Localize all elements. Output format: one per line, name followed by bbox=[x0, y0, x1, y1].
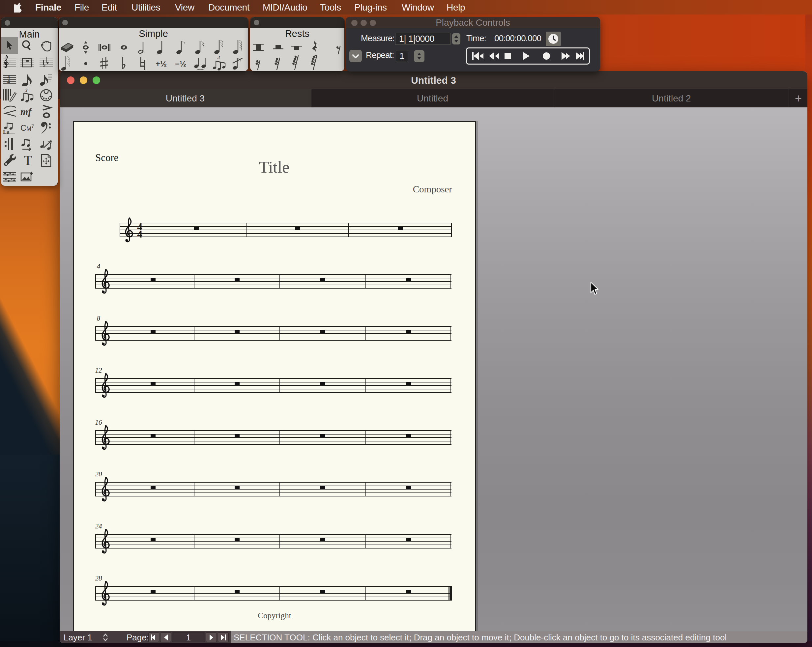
svg-text:4: 4 bbox=[7, 79, 10, 84]
svg-text:mf: mf bbox=[20, 106, 32, 117]
svg-text:−½: −½ bbox=[175, 59, 186, 68]
svg-text:3: 3 bbox=[217, 55, 220, 60]
svg-text:3: 3 bbox=[25, 88, 28, 93]
svg-text:CM7: CM7 bbox=[20, 123, 34, 133]
svg-text:T: T bbox=[24, 153, 32, 168]
svg-text:La: La bbox=[3, 129, 9, 135]
svg-text:+½: +½ bbox=[156, 59, 167, 68]
